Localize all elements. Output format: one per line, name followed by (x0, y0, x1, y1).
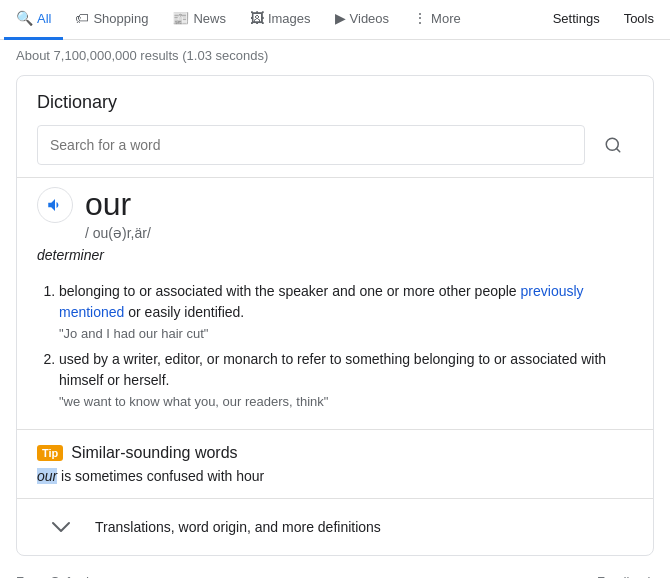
dictionary-search-row (17, 121, 653, 177)
nav-label-all: All (37, 11, 51, 26)
word-part-of-speech: determiner (37, 247, 633, 263)
definition-1-example: "Jo and I had our hair cut" (59, 326, 633, 341)
definition-1: belonging to or associated with the spea… (59, 281, 633, 341)
nav-item-tools[interactable]: Tools (612, 0, 666, 40)
search-icon: 🔍 (16, 10, 33, 26)
footer-source: From Oxford (16, 574, 89, 578)
word-row: our (37, 186, 633, 223)
tip-title: Similar-sounding words (71, 444, 237, 462)
nav-item-settings[interactable]: Settings (541, 0, 612, 40)
definition-1-text: belonging to or associated with the spea… (59, 283, 584, 320)
translations-row[interactable]: Translations, word origin, and more defi… (17, 498, 653, 555)
dictionary-search-input[interactable] (37, 125, 585, 165)
nav-label-shopping: Shopping (93, 11, 148, 26)
nav-item-all[interactable]: 🔍 All (4, 0, 63, 40)
search-magnifier-icon (604, 136, 622, 154)
nav-label-videos: Videos (350, 11, 390, 26)
definition-2-example: "we want to know what you, our readers, … (59, 394, 633, 409)
dictionary-title: Dictionary (17, 76, 653, 121)
svg-line-1 (616, 148, 619, 151)
nav-right: Settings Tools (541, 0, 666, 40)
feedback-link[interactable]: Feedback (597, 574, 654, 578)
tip-section: Tip Similar-sounding words our is someti… (17, 429, 653, 498)
definition-2: used by a writer, editor, or monarch to … (59, 349, 633, 409)
nav-label-images: Images (268, 11, 311, 26)
tag-icon: 🏷 (75, 10, 89, 26)
speaker-button[interactable] (37, 187, 73, 223)
news-icon: 📰 (172, 10, 189, 26)
nav-label-settings: Settings (553, 11, 600, 26)
nav-item-shopping[interactable]: 🏷 Shopping (63, 0, 160, 40)
nav-label-tools: Tools (624, 11, 654, 26)
tip-header: Tip Similar-sounding words (37, 444, 633, 462)
nav-item-images[interactable]: 🖼 Images (238, 0, 323, 40)
nav-item-news[interactable]: 📰 News (160, 0, 238, 40)
nav-item-videos[interactable]: ▶ Videos (323, 0, 402, 40)
nav-label-news: News (193, 11, 226, 26)
tip-highlighted-word: our (37, 468, 57, 484)
word-section: our / ou(ə)r,är/ determiner (17, 177, 653, 275)
tip-badge: Tip (37, 445, 63, 461)
speaker-icon (46, 196, 64, 214)
definitions-section: belonging to or associated with the spea… (17, 275, 653, 429)
results-count: About 7,100,000,000 results (1.03 second… (0, 40, 670, 71)
videos-icon: ▶ (335, 10, 346, 26)
word-phonetic: / ou(ə)r,är/ (37, 225, 633, 241)
more-dots-icon: ⋮ (413, 10, 427, 26)
images-icon: 🖼 (250, 10, 264, 26)
definition-2-text: used by a writer, editor, or monarch to … (59, 351, 606, 388)
word-title: our (85, 186, 131, 223)
tip-body: our is sometimes confused with hour (37, 468, 633, 484)
chevron-down-icon (37, 511, 85, 543)
dictionary-card: Dictionary our / ou(ə)r,är/ determiner (16, 75, 654, 556)
tip-body-text: is sometimes confused with hour (57, 468, 264, 484)
nav-label-more: More (431, 11, 461, 26)
footer: From Oxford Feedback (0, 564, 670, 578)
dictionary-search-button[interactable] (593, 125, 633, 165)
top-navigation: 🔍 All 🏷 Shopping 📰 News 🖼 Images ▶ Video… (0, 0, 670, 40)
nav-item-more[interactable]: ⋮ More (401, 0, 473, 40)
definition-1-link-previously[interactable]: previously mentioned (59, 283, 584, 320)
translations-text: Translations, word origin, and more defi… (95, 519, 381, 535)
